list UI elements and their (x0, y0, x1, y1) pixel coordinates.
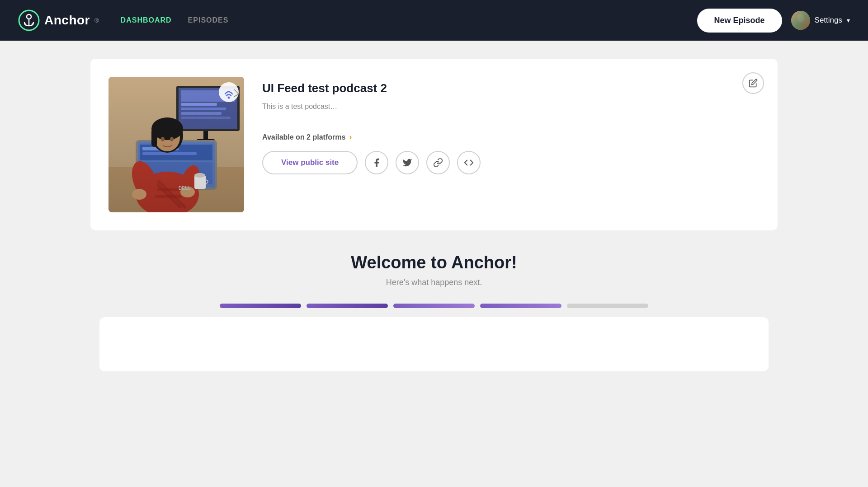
edit-podcast-button[interactable] (742, 72, 764, 94)
chevron-down-icon: ▾ (847, 17, 850, 24)
progress-steps (90, 304, 778, 308)
svg-rect-8 (795, 23, 807, 30)
facebook-share-button[interactable] (365, 151, 388, 174)
view-public-site-button[interactable]: View public site (262, 151, 358, 174)
navbar-left: Anchor® DASHBOARD EPISODES (18, 9, 228, 31)
progress-step-1[interactable] (220, 304, 301, 308)
copy-link-button[interactable] (426, 151, 450, 174)
svg-point-46 (228, 97, 230, 99)
welcome-content-card (99, 317, 769, 371)
nav-link-episodes[interactable]: EPISODES (188, 16, 229, 24)
progress-step-4[interactable] (480, 304, 561, 308)
podcast-info: UI Feed test podcast 2 This is a test po… (262, 77, 760, 174)
logo-text: Anchor (44, 13, 90, 28)
svg-point-1 (27, 14, 31, 19)
main-content: DELL UI Feed te (0, 41, 868, 407)
podcast-description: This is a test podcast… (262, 103, 760, 111)
pencil-icon (749, 79, 758, 88)
anchor-logo-icon (18, 9, 40, 31)
twitter-icon (402, 158, 412, 168)
facebook-icon (372, 158, 382, 168)
podcast-image: DELL (108, 77, 244, 212)
platforms-link[interactable]: Available on 2 platforms › (262, 132, 760, 142)
embed-button[interactable] (457, 151, 481, 174)
platforms-text: Available on 2 platforms (262, 133, 345, 141)
settings-area[interactable]: Settings ▾ (791, 11, 850, 30)
welcome-subtitle: Here's what happens next. (90, 278, 778, 287)
logo-area[interactable]: Anchor® (18, 9, 99, 31)
welcome-title: Welcome to Anchor! (90, 253, 778, 272)
logo-registered: ® (94, 17, 99, 24)
svg-point-6 (797, 14, 804, 22)
navbar-right: New Episode Settings ▾ (697, 9, 850, 33)
embed-icon (464, 158, 474, 168)
welcome-section: Welcome to Anchor! Here's what happens n… (90, 253, 778, 389)
progress-step-3[interactable] (393, 304, 475, 308)
nav-links: DASHBOARD EPISODES (121, 16, 229, 24)
navbar: Anchor® DASHBOARD EPISODES New Episode S… (0, 0, 868, 41)
avatar-image (791, 11, 810, 30)
settings-label: Settings (815, 16, 842, 25)
podcast-thumbnail: DELL (108, 77, 244, 212)
action-row: View public site (262, 151, 760, 174)
link-icon (433, 158, 443, 168)
podcast-title: UI Feed test podcast 2 (262, 81, 760, 95)
progress-step-5[interactable] (567, 304, 648, 308)
svg-point-7 (794, 23, 807, 30)
svg-rect-5 (791, 11, 810, 30)
nav-link-dashboard[interactable]: DASHBOARD (121, 16, 172, 24)
platforms-arrow-icon: › (349, 132, 352, 142)
new-episode-button[interactable]: New Episode (697, 9, 782, 33)
podcast-card: DELL UI Feed te (90, 59, 778, 230)
settings-avatar (791, 11, 810, 30)
twitter-share-button[interactable] (396, 151, 419, 174)
progress-step-2[interactable] (307, 304, 388, 308)
